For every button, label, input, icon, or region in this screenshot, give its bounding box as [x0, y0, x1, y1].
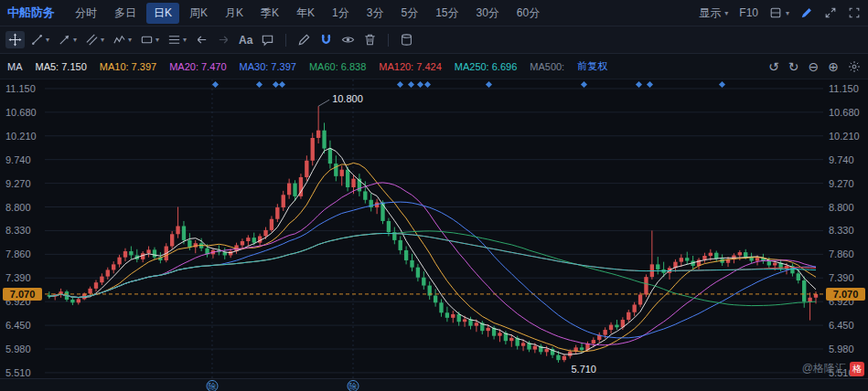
- indicator-actions: ↺↻⊖⊕: [768, 60, 861, 73]
- layout-menu-button[interactable]: ▾: [769, 6, 789, 19]
- zoom-in-icon[interactable]: ⊕: [828, 60, 839, 73]
- y-axis-label: 10.210: [829, 131, 860, 142]
- y-axis-label: 11.150: [5, 83, 36, 94]
- period-tab-多日[interactable]: 多日: [107, 3, 144, 24]
- y-axis-right[interactable]: 11.15010.68010.2109.7409.2708.8008.3307.…: [823, 79, 868, 378]
- show-drawings-tool[interactable]: [338, 31, 358, 48]
- delete-drawings-button[interactable]: [360, 31, 380, 48]
- period-tab-1分[interactable]: 1分: [325, 3, 357, 24]
- header-right-controls: 显示▾ F10 ▾: [699, 5, 861, 21]
- fullscreen-button[interactable]: [848, 6, 861, 19]
- y-axis-label: 5.510: [5, 367, 31, 378]
- chart-area: 11.15010.68010.2109.7409.2708.8008.3307.…: [0, 79, 868, 378]
- redo-draw-button[interactable]: [214, 31, 233, 48]
- ma-legend: MA5: 7.150MA10: 7.397MA20: 7.470MA30: 7.…: [36, 61, 565, 72]
- cursor-move-tool[interactable]: [5, 31, 25, 48]
- watermark-text: @格隆汇: [802, 361, 846, 376]
- y-axis-label: 7.860: [829, 248, 854, 259]
- period-tab-3分[interactable]: 3分: [359, 3, 391, 24]
- f10-button[interactable]: F10: [739, 6, 758, 19]
- period-tabs: 分时多日日K周K月K季K年K1分3分5分15分30分60分: [68, 3, 550, 24]
- ma-legend-ma5[interactable]: MA5: 7.150: [36, 61, 87, 72]
- channel-tool[interactable]: ▾: [82, 31, 107, 48]
- period-tab-5分[interactable]: 5分: [393, 3, 425, 24]
- stock-name[interactable]: 中船防务: [7, 5, 55, 21]
- watermark: @格隆汇 格: [802, 361, 864, 376]
- ma-legend-ma10[interactable]: MA10: 7.397: [100, 61, 156, 72]
- y-axis-label: 6.450: [829, 320, 854, 331]
- svg-text:10.800: 10.800: [332, 93, 363, 104]
- text-tool[interactable]: Aa: [236, 32, 255, 48]
- arrow-line-tool[interactable]: ▾: [55, 31, 80, 48]
- stock-chart-window: 中船防务 分时多日日K周K月K季K年K1分3分5分15分30分60分 显示▾ F…: [0, 0, 868, 391]
- display-menu-label: 显示: [699, 5, 721, 21]
- x-axis[interactable]: 除除: [0, 378, 868, 391]
- ma-legend-ma20[interactable]: MA20: 7.470: [169, 61, 226, 72]
- svg-text:5.710: 5.710: [571, 364, 596, 375]
- zoom-out-icon[interactable]: ⊖: [809, 60, 820, 73]
- period-tab-30分[interactable]: 30分: [469, 3, 507, 24]
- display-menu-button[interactable]: 显示▾: [699, 5, 728, 21]
- y-axis-label: 8.800: [5, 202, 31, 213]
- y-axis-left[interactable]: 11.15010.68010.2109.7409.2708.8008.3307.…: [0, 79, 45, 378]
- drawing-toolbar: ▾▾▾▾▾▾Aa: [0, 26, 868, 54]
- period-tab-周K[interactable]: 周K: [182, 3, 215, 24]
- period-tab-15分[interactable]: 15分: [428, 3, 466, 24]
- y-axis-label: 9.740: [829, 154, 854, 165]
- ma-legend-ma120[interactable]: MA120: 7.424: [379, 61, 442, 72]
- settings-gear-icon[interactable]: [848, 60, 861, 73]
- period-tab-日K[interactable]: 日K: [146, 3, 179, 24]
- ma-legend-ma60[interactable]: MA60: 6.838: [309, 61, 366, 72]
- y-axis-label: 8.330: [5, 225, 31, 236]
- period-tab-分时[interactable]: 分时: [68, 3, 104, 24]
- ma-legend-ma250[interactable]: MA250: 6.696: [455, 61, 518, 72]
- undo-draw-button[interactable]: [192, 31, 211, 48]
- period-tab-月K[interactable]: 月K: [218, 3, 251, 24]
- y-axis-label: 7.860: [5, 248, 31, 259]
- y-axis-label: 7.390: [829, 272, 854, 283]
- y-axis-label: 5.980: [829, 343, 854, 354]
- comment-tool[interactable]: [258, 31, 277, 48]
- y-axis-label: 8.330: [829, 225, 854, 236]
- drawing-brush-button[interactable]: [800, 6, 813, 19]
- y-axis-label: 8.800: [829, 202, 854, 213]
- ma-legend-ma30[interactable]: MA30: 7.397: [240, 61, 296, 72]
- object-list-button[interactable]: [397, 31, 416, 48]
- expand-icon: [824, 6, 837, 19]
- y-axis-label: 9.270: [5, 178, 31, 189]
- chevron-down-icon: ▾: [724, 9, 728, 17]
- fib-tool[interactable]: ▾: [165, 31, 189, 48]
- dividend-event-marker[interactable]: 除: [206, 380, 218, 391]
- edit-drawing-tool[interactable]: [295, 31, 314, 48]
- expand-button[interactable]: [824, 6, 837, 19]
- last-price-badge: 7.070: [3, 288, 42, 301]
- y-axis-label: 11.150: [829, 83, 859, 94]
- chevron-down-icon: ▾: [786, 9, 789, 17]
- top-bar: 中船防务 分时多日日K周K月K季K年K1分3分5分15分30分60分 显示▾ F…: [0, 0, 868, 26]
- period-tab-60分[interactable]: 60分: [509, 3, 547, 24]
- kline-chart[interactable]: 10.8005.710: [45, 79, 823, 378]
- undo-icon[interactable]: ↺: [768, 60, 779, 73]
- magnet-tool[interactable]: [316, 31, 336, 48]
- period-tab-季K[interactable]: 季K: [253, 3, 286, 24]
- watermark-logo: 格: [850, 362, 864, 376]
- period-tab-年K[interactable]: 年K: [289, 3, 322, 24]
- adjust-mode-button[interactable]: 前复权: [577, 59, 607, 73]
- y-axis-label: 9.270: [829, 178, 854, 189]
- redo-icon[interactable]: ↻: [788, 60, 799, 73]
- toolbar-separator: [388, 34, 389, 47]
- y-axis-label: 7.390: [5, 272, 31, 283]
- y-axis-label: 10.680: [829, 107, 860, 118]
- y-axis-label: 6.450: [5, 320, 31, 331]
- shape-tool[interactable]: ▾: [137, 31, 162, 48]
- dividend-event-marker[interactable]: 除: [347, 380, 359, 391]
- y-axis-label: 10.210: [5, 131, 37, 142]
- y-axis-label: 5.980: [5, 343, 31, 354]
- last-price-badge: 7.070: [826, 288, 865, 301]
- ma-legend-ma500[interactable]: MA500:: [530, 61, 564, 72]
- y-axis-label: 9.740: [5, 154, 31, 165]
- indicator-group-label[interactable]: MA: [7, 61, 23, 72]
- y-axis-label: 10.680: [5, 107, 37, 118]
- wave-tool[interactable]: ▾: [110, 31, 134, 48]
- trend-line-tool[interactable]: ▾: [27, 31, 52, 48]
